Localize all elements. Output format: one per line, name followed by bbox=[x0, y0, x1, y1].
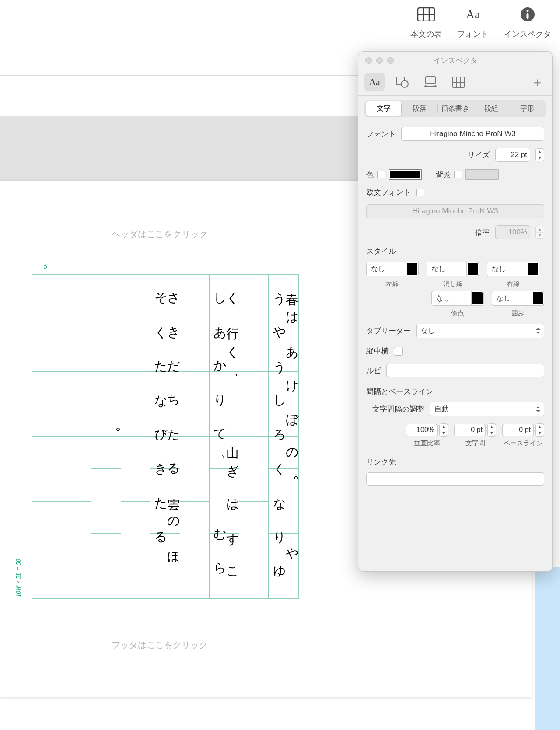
grid-cell bbox=[180, 469, 210, 502]
text-content[interactable]: く行く︑ 山ぎはすこしあかりて︑ むら bbox=[210, 274, 239, 600]
spacing-section-label: 間隔とベースライン bbox=[366, 387, 544, 397]
right-gutter-selection bbox=[535, 567, 560, 730]
right-line-caption: 右線 bbox=[507, 280, 520, 288]
inspector-titlebar[interactable]: インスペクタ bbox=[358, 52, 552, 69]
left-line-select[interactable]: なし bbox=[366, 262, 419, 276]
grid-column: さきだちたる雲のほそくたなびきたる bbox=[150, 275, 180, 598]
inspector-tab-layout[interactable] bbox=[420, 73, 441, 91]
subtab-columns[interactable]: 段組 bbox=[473, 101, 509, 116]
subtab-paragraph[interactable]: 段落 bbox=[402, 101, 437, 116]
subtab-character[interactable]: 文字 bbox=[366, 101, 401, 116]
grid-cell bbox=[180, 534, 210, 566]
font-label: フォント bbox=[366, 129, 396, 139]
inspector-add-tab[interactable]: ＋ bbox=[528, 73, 546, 91]
color-swatch-icon bbox=[527, 262, 539, 276]
size-label: サイズ bbox=[468, 150, 490, 160]
color-swatch-icon bbox=[466, 262, 479, 276]
text-content[interactable]: ︒ bbox=[91, 274, 121, 600]
tab-leader-label: タブリーダー bbox=[366, 326, 411, 336]
grid-cell bbox=[121, 502, 151, 534]
bg-color-swatch[interactable] bbox=[466, 169, 499, 180]
toolbar-inspector-button[interactable]: インスペクタ bbox=[504, 7, 551, 39]
grid-cell bbox=[32, 372, 62, 404]
grid-cell bbox=[121, 566, 151, 598]
subtab-glyph[interactable]: 字形 bbox=[509, 101, 545, 116]
baseline-caption: ベースライン bbox=[504, 439, 543, 447]
inspector-body: フォント Hiragino Mincho ProN W3 サイズ 22 pt ▲… bbox=[358, 122, 552, 498]
grid-cell bbox=[180, 372, 210, 404]
toolbar-table-button[interactable]: 本文の表 bbox=[410, 7, 442, 39]
footer-placeholder[interactable]: フッタはここをクリック bbox=[112, 639, 208, 651]
grid-cell bbox=[239, 275, 269, 307]
grid-cell bbox=[121, 339, 151, 372]
info-icon bbox=[519, 7, 536, 22]
inspector-category-tabs: Aa ＋ bbox=[358, 69, 552, 95]
grid-cell bbox=[62, 534, 92, 566]
grid-cell bbox=[121, 534, 151, 566]
grid-column bbox=[32, 275, 62, 598]
font-select[interactable]: Hiragino Mincho ProN W3 bbox=[401, 127, 544, 141]
grid-cell bbox=[32, 339, 62, 372]
grid-cell bbox=[180, 502, 210, 534]
grid-cell bbox=[32, 437, 62, 469]
main-toolbar: 本文の表 Aa フォント インスペクタ bbox=[0, 0, 560, 52]
baseline-field[interactable]: 0 pt bbox=[502, 424, 534, 436]
bg-checkbox[interactable] bbox=[454, 171, 462, 178]
grid-column bbox=[180, 275, 210, 598]
inspector-tab-text[interactable]: Aa bbox=[364, 73, 385, 91]
kerning-label: 文字間隔の調整 bbox=[372, 404, 424, 414]
text-content[interactable]: 春はあけぼの︒ やうやうしろくなりゆ bbox=[269, 274, 298, 600]
bouten-select[interactable]: なし bbox=[431, 291, 484, 306]
subtab-bullets[interactable]: 箇条書き bbox=[438, 101, 473, 116]
color-checkbox[interactable] bbox=[377, 171, 385, 178]
grid-cell bbox=[32, 307, 62, 339]
grid-cell bbox=[62, 307, 92, 339]
size-field[interactable]: 22 pt bbox=[495, 148, 530, 162]
strikethrough-select[interactable]: なし bbox=[427, 262, 479, 276]
right-line-select[interactable]: なし bbox=[487, 262, 539, 276]
text-content[interactable]: さきだちたる雲のほそくたなびきたる bbox=[150, 274, 180, 600]
inspector-tab-table[interactable] bbox=[448, 73, 469, 91]
tab-leader-select[interactable]: なし bbox=[416, 324, 544, 338]
kerning-select[interactable]: 自動 bbox=[430, 402, 544, 416]
grid-column bbox=[121, 275, 151, 598]
grid-cell bbox=[180, 275, 210, 307]
inspector-title: インスペクタ bbox=[358, 56, 552, 66]
text-aa-icon: Aa bbox=[369, 77, 380, 88]
grid-cell bbox=[180, 404, 210, 437]
latin-font-label: 欧文フォント bbox=[366, 187, 411, 197]
svg-rect-9 bbox=[426, 77, 435, 84]
baseline-stepper[interactable]: ▲▼ bbox=[536, 423, 544, 437]
charspace-stepper[interactable]: ▲▼ bbox=[487, 423, 496, 437]
size-stepper[interactable]: ▲▼ bbox=[536, 148, 544, 161]
svg-point-5 bbox=[527, 10, 529, 12]
text-color-swatch[interactable] bbox=[388, 169, 422, 180]
charspace-field[interactable]: 0 pt bbox=[454, 424, 486, 436]
grid-cell bbox=[62, 437, 92, 469]
latin-font-checkbox[interactable] bbox=[416, 189, 424, 196]
link-input[interactable] bbox=[366, 472, 544, 486]
scale-label: 倍率 bbox=[475, 227, 490, 238]
toolbar-font-label: フォント bbox=[457, 29, 489, 39]
grid-column: ︒ bbox=[91, 275, 121, 598]
manuscript-grid[interactable]: 春はあけぼの︒ やうやうしろくなりゆく行く︑ 山ぎはすこしあかりて︑ むらさきだ… bbox=[32, 274, 299, 599]
tatechuyoko-checkbox[interactable] bbox=[394, 347, 402, 356]
grid-cell bbox=[121, 437, 151, 469]
header-placeholder[interactable]: ヘッダはここをクリック bbox=[112, 228, 208, 240]
grid-cell bbox=[32, 275, 62, 307]
vratio-field[interactable]: 100% bbox=[406, 424, 438, 436]
ruby-input[interactable] bbox=[386, 364, 544, 377]
grid-cell bbox=[180, 437, 210, 469]
inspector-tab-shape[interactable] bbox=[392, 73, 413, 91]
inspector-panel: インスペクタ Aa ＋ 文字 段落 箇条書き 段組 字形 bbox=[358, 51, 553, 572]
grid-cell bbox=[239, 502, 269, 534]
grid-cell bbox=[62, 469, 92, 502]
style-section-label: スタイル bbox=[366, 246, 544, 256]
strikethrough-caption: 消し線 bbox=[443, 280, 463, 288]
grid-cell bbox=[32, 502, 62, 534]
kakomi-select[interactable]: なし bbox=[492, 291, 544, 306]
toolbar-font-button[interactable]: Aa フォント bbox=[457, 7, 489, 39]
toolbar-inspector-label: インスペクタ bbox=[504, 29, 551, 39]
vratio-stepper[interactable]: ▲▼ bbox=[439, 423, 448, 437]
grid-cell bbox=[239, 339, 269, 372]
